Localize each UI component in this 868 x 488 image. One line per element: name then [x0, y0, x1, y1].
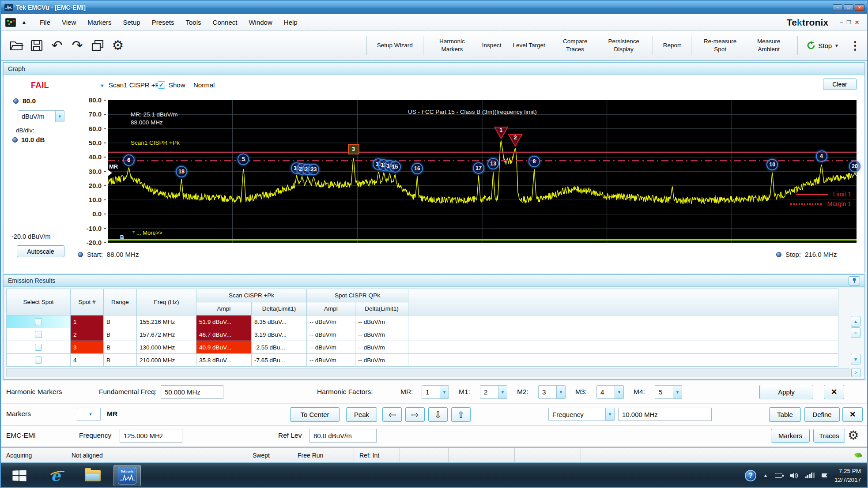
- subcolumn-header-ampl[interactable]: Ampl: [196, 302, 252, 315]
- toolbar-button-re-measure-spot[interactable]: Re-measure Spot: [696, 36, 744, 55]
- db-div-value[interactable]: 10.0 dB: [21, 136, 45, 143]
- save-button[interactable]: [27, 36, 46, 55]
- subcolumn-header-delta-limit1-[interactable]: Delta(Limit1): [355, 302, 408, 315]
- spot-checkbox[interactable]: [35, 331, 42, 338]
- table-row[interactable]: 1B155.216 MHz51.9 dBuV...8.35 dBuV...-- …: [7, 315, 838, 328]
- factor-select-arrow-icon[interactable]: ▼: [615, 386, 623, 398]
- factor-select-arrow-icon[interactable]: ▼: [498, 386, 507, 398]
- toolbar-button-inspect[interactable]: Inspect: [476, 40, 507, 51]
- hscroll-right-button[interactable]: >: [851, 368, 860, 377]
- help-tray-icon[interactable]: ?: [745, 470, 756, 481]
- close-button[interactable]: ✕: [855, 4, 864, 11]
- menu-item-tools[interactable]: Tools: [180, 16, 207, 29]
- speaker-icon[interactable]: [789, 472, 798, 479]
- marker-20[interactable]: 20: [849, 161, 860, 172]
- battery-icon[interactable]: [775, 473, 782, 478]
- stop-spinner-icon[interactable]: [776, 252, 781, 257]
- horizontal-scrollbar[interactable]: [6, 368, 849, 377]
- marker-10[interactable]: 10: [766, 159, 778, 170]
- peak-lower-button[interactable]: ⇩: [428, 407, 448, 422]
- marker-mode-arrow-icon[interactable]: ▼: [605, 408, 614, 420]
- factor-select-mr[interactable]: 1▼: [422, 385, 449, 399]
- menu-item-setup[interactable]: Setup: [117, 16, 146, 29]
- taskbar-explorer-button[interactable]: [76, 465, 109, 486]
- emc-traces-button[interactable]: Traces: [813, 429, 845, 443]
- stop-button[interactable]: Stop ▼: [802, 38, 843, 53]
- column-header-spot-[interactable]: Spot #: [71, 289, 104, 315]
- toolbar-button-setup-wizard[interactable]: Setup Wizard: [371, 40, 419, 51]
- menu-item-view[interactable]: View: [56, 16, 82, 29]
- vscroll-thumb[interactable]: ≡: [851, 327, 860, 338]
- factor-select-arrow-icon[interactable]: ▼: [673, 386, 682, 398]
- maximize-button[interactable]: ❐: [844, 4, 853, 11]
- more-options-icon[interactable]: ⋮: [849, 39, 861, 53]
- table-button[interactable]: Table: [769, 407, 801, 422]
- network-signal-icon[interactable]: [805, 473, 815, 478]
- column-header-range[interactable]: Range: [104, 289, 137, 315]
- clock[interactable]: 7:25 PM 12/7/2017: [834, 467, 861, 484]
- peak-left-button[interactable]: ⇦: [382, 407, 402, 422]
- table-row[interactable]: 3B130.000 MHz40.9 dBuV...-2.55 dBu...-- …: [7, 341, 838, 354]
- toolbar-button-measure-ambient[interactable]: Measure Ambient: [744, 36, 793, 55]
- toolbar-button-compare-traces[interactable]: Compare Traces: [551, 36, 600, 55]
- table-row[interactable]: 4B210.000 MHz35.8 dBuV...-7.65 dBu...-- …: [7, 354, 838, 367]
- define-button[interactable]: Define: [804, 407, 840, 422]
- emc-settings-gear-icon[interactable]: ⚙: [848, 428, 859, 443]
- mdi-minimize-button[interactable]: –: [840, 19, 843, 26]
- factor-select-m4[interactable]: 5▼: [655, 385, 682, 399]
- peak-right-button[interactable]: ⇨: [405, 407, 425, 422]
- marker-frequency-input[interactable]: 10.000 MHz: [618, 408, 712, 421]
- start-frequency-control[interactable]: Start: 88.00 MHz: [78, 251, 139, 258]
- more-link[interactable]: * ... More>>: [132, 229, 162, 237]
- factor-select-m2[interactable]: 3▼: [538, 385, 566, 399]
- select-spot-cell[interactable]: [7, 328, 71, 341]
- select-spot-cell[interactable]: [7, 354, 71, 367]
- markers-close-button[interactable]: ✕: [842, 407, 863, 422]
- menu-item-presets[interactable]: Presets: [146, 16, 180, 29]
- subcolumn-header-delta-limit1-[interactable]: Delta(Limit1): [252, 302, 307, 315]
- peak-button[interactable]: Peak: [346, 407, 377, 422]
- marker-select-arrow-icon[interactable]: ▼: [81, 408, 100, 420]
- peak-higher-button[interactable]: ⇧: [451, 407, 471, 422]
- subcolumn-header-ampl[interactable]: Ampl: [307, 302, 355, 315]
- apply-button[interactable]: Apply: [759, 385, 813, 399]
- ref-level-spinner-icon[interactable]: [13, 98, 19, 104]
- toolbar-button-report[interactable]: Report: [657, 40, 687, 51]
- marker-1[interactable]: 1: [494, 126, 509, 139]
- open-button[interactable]: [7, 36, 26, 55]
- factor-select-arrow-icon[interactable]: ▼: [440, 386, 449, 398]
- to-center-button[interactable]: To Center: [290, 407, 340, 422]
- toolbar-button-harmonic-markers[interactable]: Harmonic Markers: [428, 36, 476, 55]
- start-spinner-icon[interactable]: [78, 252, 83, 257]
- menu-item-help[interactable]: Help: [278, 16, 303, 29]
- marker-17[interactable]: 17: [473, 162, 484, 174]
- emc-markers-button[interactable]: Markers: [771, 429, 810, 443]
- minimize-button[interactable]: –: [833, 4, 842, 11]
- taskbar-emcvu-button[interactable]: Tektronix: [113, 465, 141, 486]
- marker-3[interactable]: 3: [348, 144, 359, 154]
- marker-15[interactable]: 15: [389, 161, 401, 173]
- vscroll-down-button[interactable]: ▼: [851, 354, 860, 364]
- amplitude-unit-select[interactable]: dBuV/m ▼: [18, 110, 64, 122]
- marker-16[interactable]: 16: [411, 163, 423, 174]
- column-header-freq-hz-[interactable]: Freq (Hz): [137, 289, 196, 315]
- trace-selector[interactable]: Scan1 CISPR +Pk: [109, 81, 163, 89]
- marker-18[interactable]: 18: [176, 166, 187, 177]
- menu-item-file[interactable]: File: [34, 16, 56, 29]
- group-header-spot-cispr-qpk[interactable]: Spot CISPR QPk: [307, 289, 408, 302]
- unit-select-arrow-icon[interactable]: ▼: [55, 111, 64, 122]
- mdi-restore-button[interactable]: ❐: [846, 19, 851, 26]
- factor-select-arrow-icon[interactable]: ▼: [556, 386, 565, 398]
- emission-results-table[interactable]: Select SpotSpot #RangeFreq (Hz)Scan CISP…: [6, 289, 838, 367]
- vscroll-up-button[interactable]: ▲: [851, 316, 860, 327]
- spot-checkbox[interactable]: [35, 318, 42, 325]
- marker-8[interactable]: 8: [528, 156, 540, 167]
- select-spot-cell[interactable]: [7, 315, 71, 328]
- ref-lev-input[interactable]: 80.0 dBuV/m: [309, 429, 377, 443]
- marker-2[interactable]: 2: [508, 134, 523, 147]
- marker-13[interactable]: 13: [487, 158, 499, 169]
- menu-item-window[interactable]: Window: [243, 16, 278, 29]
- ref-level-value[interactable]: 80.0: [23, 97, 36, 105]
- db-div-spinner-icon[interactable]: [12, 137, 18, 143]
- cascade-windows-button[interactable]: [88, 36, 107, 55]
